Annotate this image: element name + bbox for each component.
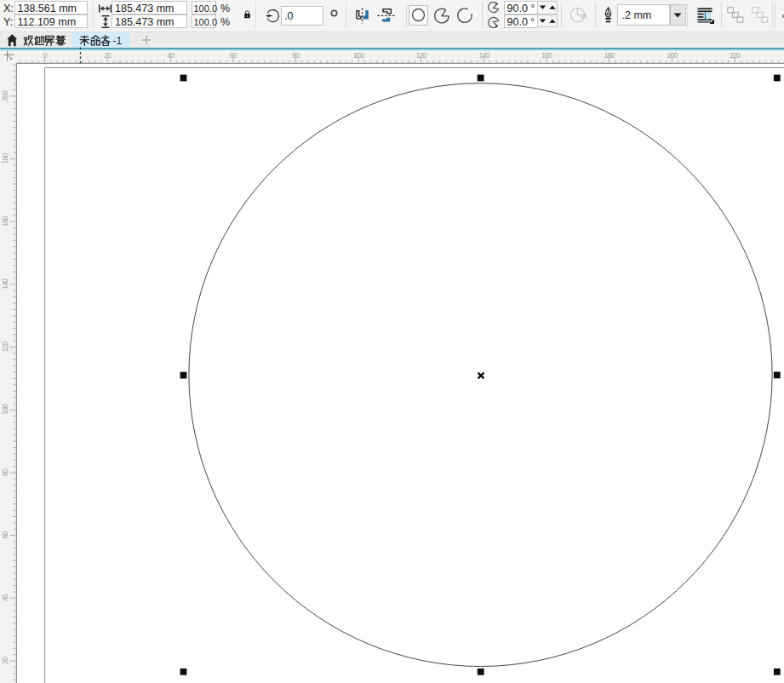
svg-text:60: 60: [1, 531, 9, 539]
svg-text:220: 220: [730, 51, 741, 60]
svg-text:140: 140: [1, 278, 9, 290]
svg-text:100: 100: [1, 404, 9, 415]
svg-text:200: 200: [1, 90, 9, 101]
svg-text:160: 160: [541, 51, 552, 60]
svg-text:180: 180: [1, 153, 9, 164]
svg-text:20: 20: [1, 657, 9, 664]
svg-text:140: 140: [478, 51, 489, 60]
svg-text:20: 20: [104, 51, 112, 60]
svg-text:200: 200: [667, 51, 678, 60]
svg-text:60: 60: [230, 51, 237, 60]
svg-text:40: 40: [1, 594, 9, 601]
svg-text:160: 160: [1, 215, 9, 227]
svg-text:40: 40: [167, 51, 175, 60]
svg-text:100: 100: [353, 51, 364, 60]
svg-text:0: 0: [43, 51, 48, 60]
svg-text:120: 120: [1, 342, 9, 353]
svg-text:80: 80: [292, 51, 300, 60]
svg-text:80: 80: [1, 468, 9, 476]
svg-text:120: 120: [416, 51, 427, 60]
svg-text:180: 180: [604, 51, 615, 60]
